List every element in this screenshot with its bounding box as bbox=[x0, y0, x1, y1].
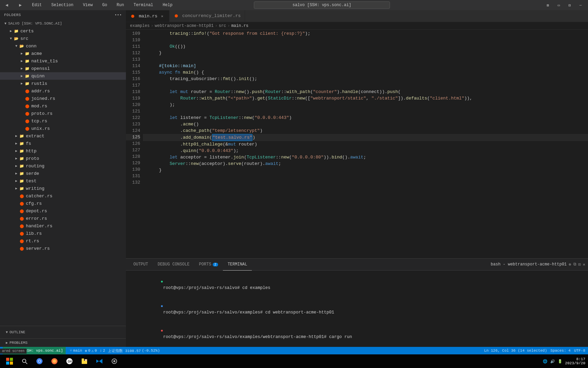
term-tab-ports[interactable]: PORTS 2 bbox=[194, 259, 223, 271]
terminal-maximize-icon[interactable]: ⊡ bbox=[578, 262, 581, 267]
sidebar-item-addr[interactable]: ▶ ⬤ addr.rs bbox=[0, 87, 126, 95]
sidebar-item-lib[interactable]: ▶ ⬤ lib.rs bbox=[0, 230, 126, 237]
sidebar-item-writing[interactable]: ▶ 📁 writing bbox=[0, 185, 126, 192]
taskbar-browser[interactable] bbox=[33, 355, 46, 367]
sidebar-item-server[interactable]: ▶ ⬤ server.rs bbox=[0, 245, 126, 252]
sidebar-item-depot[interactable]: ▶ ⬤ depot.rs bbox=[0, 207, 126, 215]
test-icon: 📁 bbox=[19, 178, 24, 184]
status-branch[interactable]: ⑂ main bbox=[70, 349, 82, 353]
sidebar-item-conn[interactable]: ▼ 📂 conn bbox=[0, 42, 126, 50]
mod-file-icon: ⬤ bbox=[24, 103, 30, 109]
sidebar-item-rt[interactable]: ▶ ⬤ rt.rs bbox=[0, 237, 126, 245]
taskbar-firefox[interactable] bbox=[48, 355, 61, 367]
sidebar-item-test[interactable]: ▶ 📁 test bbox=[0, 177, 126, 185]
proto2-icon: 📁 bbox=[19, 156, 24, 161]
src-arrow: ▼ bbox=[8, 36, 14, 41]
sidebar-item-openssl[interactable]: ▶ 📁 openssl bbox=[0, 65, 126, 72]
taskbar-github[interactable]: GH bbox=[63, 355, 76, 367]
term-tab-debug[interactable]: DEBUG CONSOLE bbox=[153, 259, 194, 271]
taskbar-time[interactable]: 8:17 2023/9/20 bbox=[565, 357, 585, 365]
taskbar-files[interactable] bbox=[78, 355, 91, 367]
code-line-112: } bbox=[143, 50, 588, 56]
sidebar-item-error[interactable]: ▶ ⬤ error.rs bbox=[0, 215, 126, 222]
breadcrumb-src[interactable]: src bbox=[219, 24, 226, 28]
layout-btn-3[interactable]: ⊟ bbox=[565, 2, 574, 9]
layout-btn-2[interactable]: ▭ bbox=[554, 2, 564, 9]
menu-run[interactable]: Run bbox=[115, 2, 126, 8]
layout-btn-1[interactable]: ⊞ bbox=[543, 2, 553, 9]
status-sync[interactable]: ↕ 2 bbox=[100, 349, 105, 353]
sidebar-item-joined[interactable]: ▶ ⬤ joined.rs bbox=[0, 95, 126, 102]
tab-concurrency[interactable]: ⬤ concurrency_limiter.rs bbox=[169, 10, 245, 22]
windows-start-button[interactable] bbox=[3, 355, 16, 367]
tab-main-rs[interactable]: ⬤ main.rs ✕ bbox=[126, 10, 169, 22]
menu-help[interactable]: Help bbox=[161, 2, 175, 8]
breadcrumb-webtransport[interactable]: webtransport-acme-http01 bbox=[155, 24, 214, 28]
warning-count: 0 bbox=[95, 349, 97, 353]
sidebar-item-catcher[interactable]: ▶ ⬤ catcher.rs bbox=[0, 192, 126, 200]
sidebar-item-mod[interactable]: ▶ ⬤ mod.rs bbox=[0, 102, 126, 110]
sidebar-item-proto[interactable]: ▶ ⬤ proto.rs bbox=[0, 110, 126, 117]
status-right: Ln 126, Col 36 (14 selected) Spaces: 4 U… bbox=[484, 349, 585, 353]
menu-selection[interactable]: Selection bbox=[49, 2, 76, 8]
menu-terminal[interactable]: Terminal bbox=[131, 2, 155, 8]
taskbar-settings-app[interactable] bbox=[108, 355, 121, 367]
nav-forward-button[interactable]: ▶ bbox=[16, 2, 24, 9]
status-encoding[interactable]: UTF-8 bbox=[574, 349, 585, 353]
terminal-content[interactable]: ● root@vps:/proj/salvo-rs/salvo# cd exam… bbox=[126, 271, 588, 347]
sidebar-item-certs[interactable]: ▶ 📁 certs bbox=[0, 27, 126, 35]
menu-view[interactable]: View bbox=[81, 2, 95, 8]
sidebar-item-handler[interactable]: ▶ ⬤ handler.rs bbox=[0, 222, 126, 230]
breadcrumb-file[interactable]: main.rs bbox=[231, 24, 248, 28]
menu-edit[interactable]: Edit bbox=[30, 2, 44, 8]
quinn-arrow: ▶ bbox=[19, 73, 24, 79]
term-tab-output[interactable]: OUTPUT bbox=[129, 259, 153, 271]
code-content[interactable]: tracing::info!("Got response from client… bbox=[143, 30, 588, 258]
sidebar: FOLDERS ••• ▼ SALVO [SSH: VPS.SONC.AI] ▶… bbox=[0, 10, 126, 347]
status-position[interactable]: Ln 126, Col 36 (14 selected) bbox=[484, 349, 547, 353]
sidebar-item-quinn[interactable]: ▶ 📁 quinn bbox=[0, 72, 126, 80]
status-errors[interactable]: ⊗ 0 ⚠ 0 bbox=[85, 349, 97, 353]
sidebar-item-proto2[interactable]: ▶ 📁 proto bbox=[0, 155, 126, 162]
sidebar-item-extract[interactable]: ▶ 📁 extract bbox=[0, 132, 126, 140]
taskbar-vscode[interactable] bbox=[93, 355, 106, 367]
outline-header[interactable]: ▼ OUTLINE bbox=[0, 328, 126, 336]
sidebar-item-native-tls[interactable]: ▶ 📁 native_tls bbox=[0, 57, 126, 65]
status-left: ⑂ main ⊗ 0 ⚠ 0 ↕ 2 上证指数 3108.57 (-0.52%) bbox=[70, 348, 160, 353]
code-editor[interactable]: 109 110 111 112 113 114 115 116 117 118 … bbox=[126, 30, 588, 258]
minimize-button[interactable]: — bbox=[576, 2, 585, 9]
code-line-124: .cache_path("temp/letsencrypt") bbox=[143, 127, 588, 134]
sidebar-item-unix[interactable]: ▶ ⬤ unix.rs bbox=[0, 125, 126, 132]
nav-back-button[interactable]: ◀ bbox=[3, 2, 11, 9]
mod-label: mod.rs bbox=[31, 104, 47, 109]
sidebar-item-cfg[interactable]: ▶ ⬤ cfg.rs bbox=[0, 200, 126, 207]
sidebar-item-src[interactable]: ▼ 📂 src bbox=[0, 35, 126, 42]
sidebar-item-acme[interactable]: ▶ 📁 acme bbox=[0, 50, 126, 57]
term-tab-terminal[interactable]: TERMINAL bbox=[223, 259, 252, 271]
terminal-split-icon[interactable]: ⧉ bbox=[573, 262, 576, 267]
terminal-close-icon[interactable]: ✕ bbox=[583, 262, 585, 267]
sidebar-item-http[interactable]: ▶ 📁 http bbox=[0, 147, 126, 155]
sidebar-item-routing[interactable]: ▶ 📁 routing bbox=[0, 162, 126, 170]
problems-header[interactable]: ▶ PROBLEMS bbox=[0, 339, 126, 347]
sidebar-root[interactable]: ▼ SALVO [SSH: VPS.SONC.AI] bbox=[0, 20, 126, 27]
status-spaces[interactable]: Spaces: 4 bbox=[551, 349, 571, 353]
serde-arrow: ▶ bbox=[14, 171, 19, 176]
sidebar-item-tcp[interactable]: ▶ ⬤ tcp.rs bbox=[0, 117, 126, 125]
menu-go[interactable]: Go bbox=[100, 2, 109, 8]
sidebar-item-fs[interactable]: ▶ 📁 fs bbox=[0, 140, 126, 147]
breadcrumb-examples[interactable]: examples bbox=[130, 24, 150, 28]
proto-label: proto.rs bbox=[31, 111, 52, 116]
sidebar-more-icon[interactable]: ••• bbox=[115, 13, 122, 17]
svg-rect-1 bbox=[10, 358, 13, 361]
terminal-add-icon[interactable]: ⊕ bbox=[569, 262, 571, 267]
tab-main-rs-close[interactable]: ✕ bbox=[160, 13, 165, 19]
sidebar-item-serde[interactable]: ▶ 📁 serde bbox=[0, 170, 126, 177]
error-count: 0 bbox=[88, 349, 91, 353]
status-stock[interactable]: 上证指数 3108.57 (-0.52%) bbox=[108, 348, 160, 353]
sidebar-item-rustls[interactable]: ▶ 📁 rustls bbox=[0, 80, 126, 87]
address-bar[interactable]: salvo [SSH: vps.sonc.ai] bbox=[254, 1, 390, 9]
taskbar-search[interactable] bbox=[18, 355, 31, 367]
code-line-127: .quinn("0.0.0.0:443"); bbox=[143, 148, 588, 154]
server-file-icon: ⬤ bbox=[19, 246, 24, 251]
